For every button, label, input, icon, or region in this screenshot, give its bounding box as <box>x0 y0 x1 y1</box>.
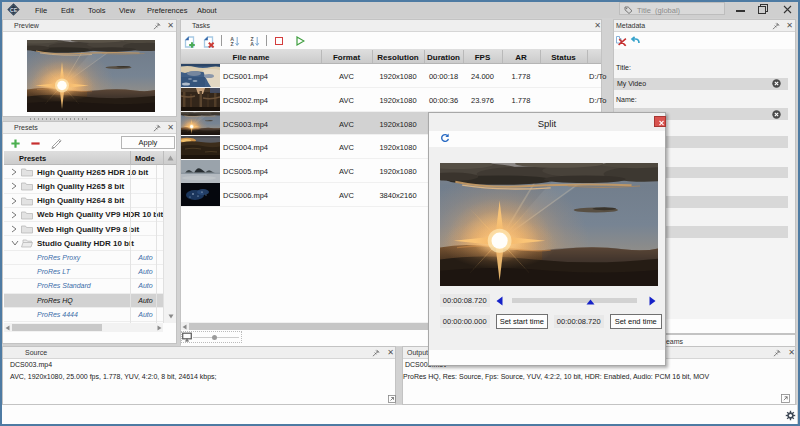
svg-text:A: A <box>250 41 254 47</box>
svg-text:Z: Z <box>230 41 234 47</box>
svg-text:CE: CE <box>10 6 18 12</box>
